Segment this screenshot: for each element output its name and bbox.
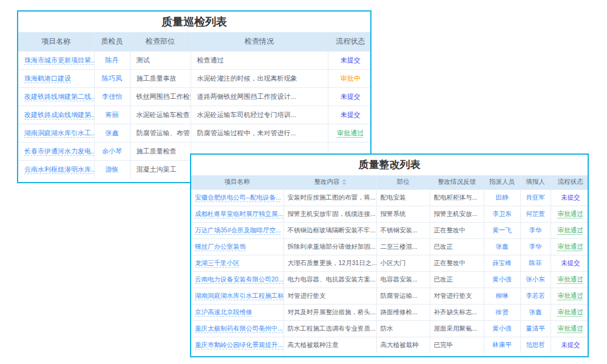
- status-text[interactable]: 审批通过: [558, 243, 583, 250]
- project-link[interactable]: 长春市伊通河水力发电...: [24, 147, 94, 155]
- feedback-text: 屋面采用聚氨...: [434, 325, 478, 332]
- status-text: 未提交: [561, 194, 580, 201]
- assignee-name[interactable]: 林康平: [492, 341, 512, 348]
- assignee-name[interactable]: 黄一飞: [492, 226, 512, 234]
- part-cell: 测试: [130, 51, 191, 69]
- status-text[interactable]: 审批通过: [558, 292, 583, 299]
- project-link[interactable]: 京沪高速北京段维修: [195, 308, 253, 315]
- project-link[interactable]: 改建铁路成渝线增建第...: [24, 111, 94, 118]
- reporter-cell: 李若若: [520, 288, 551, 304]
- column-header-label: 检查情况: [245, 37, 274, 46]
- feedback-text: 补齐缺失标志...: [434, 308, 478, 315]
- inspection-list-title: 质量巡检列表: [18, 12, 370, 32]
- inspector-name[interactable]: 陈丹: [106, 56, 119, 64]
- status-cell: 审批通过: [551, 304, 589, 320]
- content-cell: 安装时应按施工图的布置，将...: [283, 189, 376, 206]
- reporter-name[interactable]: 张鑫: [529, 308, 542, 315]
- inspector-name[interactable]: 陈巧凤: [102, 75, 122, 82]
- project-cell: 改建铁路线增建第二线...: [18, 87, 94, 106]
- reporter-name[interactable]: 李华: [529, 243, 542, 250]
- reporter-name[interactable]: 范思哲: [526, 341, 545, 348]
- content-cell: 高大植被栽种注意: [283, 337, 376, 353]
- column-header-label: 整改内容: [314, 178, 340, 185]
- reporter-name[interactable]: 张小东: [526, 275, 545, 283]
- reporter-name[interactable]: 何芷萱: [526, 210, 545, 217]
- project-link[interactable]: 云南电力设备安装有限公司20...: [195, 275, 283, 283]
- column-header-status: 流程状态: [328, 32, 371, 51]
- status-text[interactable]: 审批通过: [558, 275, 583, 283]
- reporter-name[interactable]: 李华: [529, 226, 542, 234]
- table-row: 螺丝厂办公室装饰拆除到承重墙部分请做好加固...二至三楼混...已改正张鑫李华审…: [191, 238, 589, 255]
- part-text: 不锈钢安装...: [381, 226, 418, 234]
- project-link[interactable]: 改建铁路线增建第二线...: [24, 93, 94, 100]
- content-text: 对管进行垫支: [288, 292, 326, 299]
- column-header-situation: 检查情况: [191, 32, 328, 51]
- inspector-name[interactable]: 余小琴: [102, 147, 122, 155]
- assignee-name[interactable]: 黄小强: [492, 325, 512, 332]
- column-header-content[interactable]: 整改内容: [283, 175, 376, 189]
- project-cell: 云南电力设备安装有限公司20...: [191, 271, 283, 288]
- table-row: 成都杜甫草堂临时展厅独立展...报警主机安放牢固，线缆连接...报警系统报警主机…: [191, 206, 589, 222]
- column-header-label: 流程状态: [558, 178, 583, 185]
- project-link[interactable]: 珠海鹤港口建设: [24, 75, 71, 82]
- project-link[interactable]: 湖南洞庭湖水库引水工程施工标: [195, 292, 283, 299]
- status-cell: 审批通过: [551, 238, 589, 255]
- situation-cell: 道路两侧铁丝网围挡工作按设计...: [191, 87, 328, 106]
- assignee-name[interactable]: 张鑫: [496, 243, 509, 250]
- project-link[interactable]: 重庆市鹅岭公园绿化景观提升...: [195, 341, 283, 348]
- sort-icon[interactable]: [342, 179, 346, 185]
- assignee-name[interactable]: 田静: [496, 194, 509, 201]
- assignee-name[interactable]: 柳琳: [496, 292, 509, 299]
- status-text[interactable]: 审批通过: [337, 129, 364, 136]
- part-text: 混凝土沟渠工: [137, 166, 177, 173]
- part-text: 水泥砼运输车检查: [137, 111, 190, 118]
- project-link[interactable]: 珠海市城市更新项目紫...: [24, 56, 94, 64]
- part-text: 施工质量检查: [137, 147, 177, 155]
- content-text: 电力电容器、电抗器安装方案...: [288, 275, 376, 283]
- project-link[interactable]: 成都杜甫草堂临时展厅独立展...: [195, 210, 283, 217]
- inspector-cell: 余小琴: [94, 142, 130, 160]
- inspector-cell: 游恢: [94, 160, 130, 178]
- feedback-text: 已改正: [434, 275, 453, 283]
- project-cell: 湖南洞庭湖水库引水工程施工标: [191, 288, 283, 304]
- project-cell: 万达广场35#会所及咖啡厅空...: [191, 222, 283, 238]
- project-link[interactable]: 万达广场35#会所及咖啡厅空...: [195, 226, 281, 234]
- rectification-table-body: 安徽合肥供电公司--配电设备...安装时应按施工图的布置，将...配电安装配电柜…: [191, 189, 589, 353]
- project-link[interactable]: 龙湖三千里小区: [195, 259, 240, 266]
- assignee-name[interactable]: 黄小强: [492, 275, 512, 283]
- status-text: 审批中: [341, 75, 361, 82]
- status-cell: 未提交: [551, 337, 589, 353]
- inspector-name[interactable]: 游恢: [106, 166, 119, 173]
- inspector-name[interactable]: 李佳怡: [102, 93, 122, 100]
- inspector-name[interactable]: 蒋丽: [106, 111, 119, 118]
- project-cell: 螺丝厂办公室装饰: [191, 238, 283, 255]
- reporter-cell: 李华: [520, 238, 551, 255]
- project-link[interactable]: 重庆太极制药有限公司亳州中...: [195, 325, 283, 332]
- column-header-label: 部位: [397, 178, 410, 185]
- reporter-name[interactable]: 肖亚军: [526, 194, 545, 201]
- reporter-name[interactable]: 李若若: [526, 292, 545, 299]
- table-row: 龙湖三千里小区大理石质量更换，12月31日之...小区大门正在整改中薛宝峰陈菲未…: [191, 255, 589, 271]
- assignee-name[interactable]: 李卫东: [492, 210, 512, 217]
- assignee-cell: 林康平: [484, 337, 520, 353]
- status-text[interactable]: 审批通过: [558, 210, 583, 217]
- status-text[interactable]: 审批通过: [558, 226, 583, 234]
- assignee-name[interactable]: 薛宝峰: [492, 259, 512, 266]
- project-link[interactable]: 湖南洞庭湖水库引水工...: [24, 129, 94, 136]
- status-text[interactable]: 审批通过: [558, 308, 583, 315]
- assignee-name[interactable]: 徐贤: [496, 308, 509, 315]
- reporter-cell: 张小东: [520, 271, 551, 288]
- table-row: 京沪高速北京段维修对其及时开展整治措施，桥头...路面维修检...补齐缺失标志.…: [191, 304, 589, 320]
- situation-cell: 水泥砼灌注的时候，出现离析现象: [191, 69, 328, 87]
- content-cell: 报警主机安放牢固，线缆连接...: [283, 206, 376, 222]
- assignee-cell: 黄小强: [484, 320, 520, 337]
- project-link[interactable]: 安徽合肥供电公司--配电设备...: [195, 194, 281, 201]
- reporter-name[interactable]: 陈菲: [529, 259, 542, 266]
- status-cell: 未提交: [551, 255, 589, 271]
- reporter-name[interactable]: 董清平: [526, 325, 545, 332]
- status-cell: 审批通过: [551, 222, 589, 238]
- project-link[interactable]: 云南水利枢纽潜明水库...: [24, 166, 94, 173]
- project-link[interactable]: 螺丝厂办公室装饰: [195, 243, 246, 250]
- status-text[interactable]: 审批通过: [558, 325, 583, 332]
- inspector-name[interactable]: 张鑫: [106, 129, 119, 136]
